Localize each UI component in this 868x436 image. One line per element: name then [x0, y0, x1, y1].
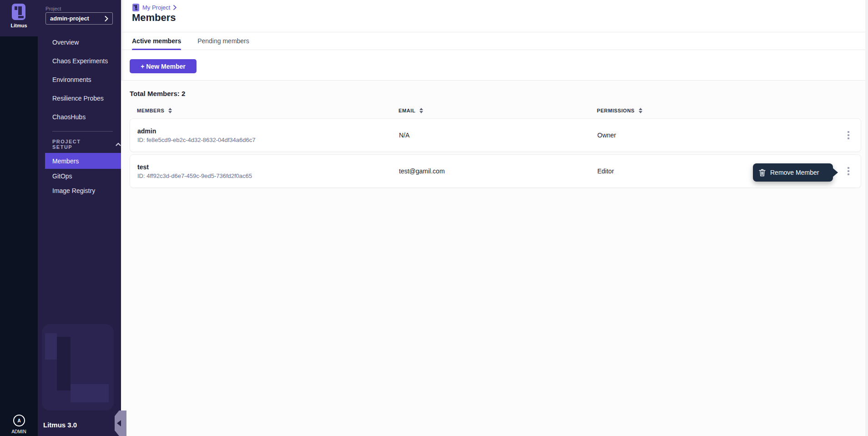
member-id: ID: 4ff92c3d-d6e7-459c-9ed5-736fd2f0ac65: [137, 172, 252, 179]
project-sidebar: Project admin-project Overview Chaos Exp…: [38, 0, 121, 436]
sidebar-item-chaoshubs[interactable]: ChaosHubs: [38, 107, 121, 126]
column-header-email[interactable]: EMAIL: [399, 105, 423, 116]
breadcrumb-chevron-icon: [173, 5, 177, 10]
breadcrumb-project-icon: [132, 4, 139, 11]
collapse-sidebar-handle[interactable]: [115, 411, 126, 436]
tab-active-members[interactable]: Active members: [132, 32, 181, 50]
sidebar-item-resilience-probes[interactable]: Resilience Probes: [38, 89, 121, 107]
sidebar-item-gitops[interactable]: GitOps: [38, 169, 121, 183]
table-row-admin: admin ID: fe8e5cd9-eb2c-4d32-8632-04df34…: [130, 118, 861, 152]
chevron-up-icon: [116, 142, 121, 146]
collapse-arrow-icon: [117, 420, 121, 426]
litmus-logo-icon: [12, 4, 25, 20]
sidebar-item-environments[interactable]: Environments: [38, 70, 121, 89]
litmus-brand-label: Litmus: [0, 23, 38, 28]
chevron-right-icon: [105, 16, 108, 21]
project-selector-value: admin-project: [50, 15, 105, 22]
tab-pending-members[interactable]: Pending members: [197, 32, 249, 50]
page-title: Members: [132, 12, 176, 24]
user-avatar[interactable]: A: [13, 415, 25, 426]
member-permission-cell: Editor: [597, 167, 614, 175]
kebab-menu-icon[interactable]: [843, 165, 854, 177]
member-name-cell: test ID: 4ff92c3d-d6e7-459c-9ed5-736fd2f…: [137, 163, 252, 179]
left-rail: Litmus A ADMIN: [0, 0, 38, 436]
user-role-label: ADMIN: [0, 429, 38, 434]
new-member-button[interactable]: + New Member: [130, 59, 197, 73]
sort-icon[interactable]: [639, 108, 642, 113]
app-version-label: Litmus 3.0: [43, 421, 77, 429]
column-header-permissions[interactable]: PERMISSIONS: [597, 105, 642, 116]
project-selector[interactable]: admin-project: [45, 12, 113, 25]
scrollbar-track[interactable]: [865, 0, 868, 436]
member-email-cell: N/A: [399, 132, 409, 139]
remove-member-menu-item[interactable]: Remove Member: [753, 163, 833, 182]
project-selector-label: Project: [45, 6, 61, 11]
total-members-label: Total Members: 2: [130, 90, 185, 97]
breadcrumb: My Project: [132, 3, 177, 12]
sidebar-item-overview[interactable]: Overview: [38, 33, 121, 51]
project-setup-section-header[interactable]: PROJECT SETUP: [38, 139, 121, 150]
litmus-watermark-logo: [42, 324, 114, 411]
member-email-cell: test@gamil.com: [399, 167, 445, 175]
sidebar-item-chaos-experiments[interactable]: Chaos Experiments: [38, 51, 121, 70]
sidebar-divider: [52, 131, 113, 132]
main-content: My Project Members Active members Pendin…: [121, 0, 868, 436]
remove-member-label: Remove Member: [770, 169, 819, 176]
member-name-cell: admin ID: fe8e5cd9-eb2c-4d32-8632-04df34…: [137, 127, 255, 143]
tab-bar: Active members Pending members: [121, 32, 868, 50]
sidebar-item-image-registry[interactable]: Image Registry: [38, 183, 121, 198]
member-name: admin: [137, 127, 255, 135]
sort-icon[interactable]: [419, 108, 423, 113]
trash-icon: [759, 169, 766, 177]
rail-logo-block[interactable]: Litmus: [0, 0, 38, 36]
breadcrumb-project-link[interactable]: My Project: [142, 4, 170, 11]
sidebar-item-members[interactable]: Members: [45, 153, 121, 169]
member-name: test: [137, 163, 252, 171]
member-permission-cell: Owner: [597, 132, 616, 139]
sort-icon[interactable]: [168, 108, 172, 113]
kebab-menu-icon[interactable]: [843, 129, 854, 142]
column-header-members[interactable]: MEMBERS: [137, 105, 172, 116]
project-setup-label: PROJECT SETUP: [52, 139, 103, 150]
table-row-test: test ID: 4ff92c3d-d6e7-459c-9ed5-736fd2f…: [130, 154, 861, 188]
app-window: Litmus A ADMIN Project admin-project Ove…: [0, 0, 868, 436]
member-id: ID: fe8e5cd9-eb2c-4d32-8632-04df34a6d6c7: [137, 137, 255, 143]
members-table-area: Total Members: 2 MEMBERS EMAIL PERMISSIO…: [121, 81, 868, 436]
